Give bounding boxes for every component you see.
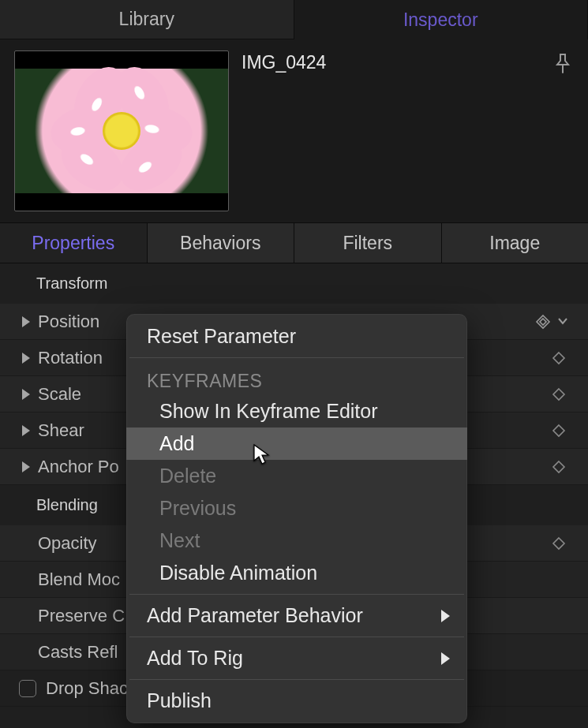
menu-delete-keyframe: Delete <box>126 460 467 492</box>
param-label: Shear <box>38 420 84 441</box>
menu-separator <box>129 679 464 680</box>
keyframe-context-menu: Reset Parameter KEYFRAMES Show In Keyfra… <box>126 314 467 723</box>
clip-filename: IMG_0424 <box>242 50 326 73</box>
menu-show-in-keyframe-editor[interactable]: Show In Keyframe Editor <box>126 395 467 427</box>
menu-add-parameter-behavior[interactable]: Add Parameter Behavior <box>126 599 467 632</box>
menu-separator <box>129 594 464 595</box>
keyframe-icon[interactable] <box>552 387 571 401</box>
param-label: Anchor Po <box>38 457 119 477</box>
param-label: Preserve C <box>38 606 125 626</box>
param-label: Blend Moc <box>38 569 120 590</box>
menu-item-label: Add To Rig <box>147 647 243 670</box>
chevron-down-icon[interactable] <box>556 312 571 332</box>
inspector-sub-tabs: Properties Behaviors Filters Image <box>0 222 588 263</box>
menu-add-keyframe[interactable]: Add <box>126 427 467 460</box>
preview-row: IMG_0424 <box>0 39 588 222</box>
top-tab-bar: Library Inspector <box>0 0 588 39</box>
menu-separator <box>129 637 464 637</box>
submenu-arrow-icon <box>441 610 450 622</box>
param-label: Scale <box>38 384 81 405</box>
subtab-behaviors[interactable]: Behaviors <box>148 223 295 263</box>
menu-reset-parameter[interactable]: Reset Parameter <box>126 320 467 353</box>
keyframe-icon[interactable] <box>552 351 571 365</box>
menu-add-to-rig[interactable]: Add To Rig <box>126 642 467 674</box>
drop-shadow-checkbox[interactable] <box>19 680 36 697</box>
keyframe-icon[interactable] <box>552 424 571 438</box>
param-label: Casts Refl <box>38 642 118 663</box>
disclosure-icon[interactable] <box>22 461 30 472</box>
menu-separator <box>129 357 464 358</box>
menu-publish[interactable]: Publish <box>126 685 467 717</box>
menu-next-keyframe: Next <box>126 525 467 557</box>
param-label: Rotation <box>38 348 103 368</box>
subtab-filters[interactable]: Filters <box>294 223 442 263</box>
disclosure-icon[interactable] <box>22 353 30 364</box>
clip-thumbnail[interactable] <box>14 50 229 211</box>
submenu-arrow-icon <box>441 652 450 665</box>
param-label: Opacity <box>38 533 97 554</box>
keyframe-icon[interactable] <box>552 460 571 474</box>
menu-heading-keyframes: KEYFRAMES <box>126 363 467 395</box>
disclosure-icon[interactable] <box>22 389 30 400</box>
pin-icon[interactable] <box>549 50 577 82</box>
disclosure-icon[interactable] <box>22 425 30 436</box>
section-transform-header[interactable]: Transform <box>0 263 588 304</box>
menu-previous-keyframe: Previous <box>126 492 467 525</box>
param-label: Position <box>38 312 99 332</box>
subtab-image[interactable]: Image <box>442 223 589 263</box>
subtab-properties[interactable]: Properties <box>0 223 148 263</box>
menu-item-label: Add Parameter Behavior <box>147 604 363 627</box>
tab-library[interactable]: Library <box>0 0 294 39</box>
keyframe-icon[interactable] <box>552 536 571 551</box>
menu-disable-animation[interactable]: Disable Animation <box>126 557 467 589</box>
tab-inspector[interactable]: Inspector <box>294 0 589 39</box>
keyframe-icon[interactable] <box>534 313 553 330</box>
param-label: Drop Shac <box>46 678 128 699</box>
disclosure-icon[interactable] <box>22 316 30 327</box>
